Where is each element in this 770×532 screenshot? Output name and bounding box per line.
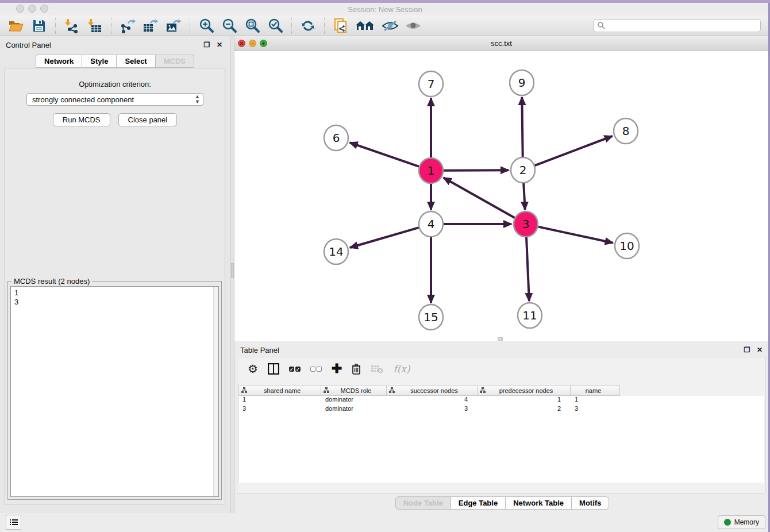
open-session-icon[interactable] — [6, 17, 26, 35]
mcds-result-title: MCDS result (2 nodes) — [11, 277, 92, 286]
table-row-1[interactable]: 1dominator411 — [239, 396, 764, 405]
tab-node-table[interactable]: Node Table — [395, 496, 451, 510]
zoom-in-icon[interactable] — [197, 17, 216, 35]
graph-edge-2-8[interactable] — [535, 136, 613, 165]
graph-node-label-3: 3 — [522, 217, 530, 231]
new-network-from-selection-icon[interactable] — [331, 17, 351, 35]
list-icon — [10, 519, 18, 525]
export-image-icon[interactable] — [164, 17, 183, 35]
panel-split-divider[interactable] — [230, 36, 234, 513]
mcds-buttons-row: Run MCDS Close panel — [5, 113, 225, 126]
minimize-window-button[interactable] — [28, 5, 36, 13]
divider-grip[interactable] — [231, 263, 234, 278]
network-zoom-button[interactable]: + — [260, 40, 267, 47]
graph-node-label-14: 14 — [329, 245, 343, 259]
function-builder-icon: f(x) — [393, 362, 410, 376]
close-panel-button[interactable]: Close panel — [118, 113, 178, 126]
cell-MCDS-role[interactable]: dominator — [322, 396, 387, 405]
column-chooser-icon[interactable] — [268, 362, 279, 376]
delete-table-icon — [371, 362, 383, 376]
cell-predecessor-nodes[interactable]: 1 — [478, 396, 571, 405]
export-table-icon[interactable] — [141, 17, 160, 35]
graph-edge-4-14[interactable] — [350, 228, 419, 248]
column-header-label: name — [571, 387, 619, 394]
search-input[interactable] — [593, 19, 761, 32]
task-history-button[interactable] — [6, 515, 21, 530]
import-table-icon[interactable] — [85, 17, 105, 35]
column-header-shared-name[interactable]: shared name — [238, 385, 321, 396]
column-header-MCDS-role[interactable]: MCDS role — [321, 385, 387, 396]
graph-edge-3-11[interactable] — [526, 237, 529, 301]
graph-node-label-1: 1 — [428, 164, 435, 178]
float-panel-icon[interactable]: ❐ — [202, 40, 211, 49]
graph-edge-2-3[interactable] — [523, 183, 525, 210]
tab-network-table[interactable]: Network Table — [506, 496, 572, 510]
select-all-columns-icon[interactable]: ✓✓ — [289, 362, 301, 376]
optimization-criterion-select[interactable]: strongly connected component ▲▼ — [26, 93, 203, 106]
tab-edge-table[interactable]: Edge Table — [451, 496, 506, 510]
column-header-successor-nodes[interactable]: successor nodes — [387, 385, 478, 396]
node-table-header: shared nameMCDS rolesuccessor nodesprede… — [238, 385, 764, 396]
delete-column-trash-icon[interactable] — [352, 362, 361, 376]
network-window-titlebar: ✕ − + scc.txt — [234, 36, 768, 51]
deselect-all-columns-icon[interactable] — [310, 362, 322, 376]
tab-network[interactable]: Network — [36, 55, 82, 68]
mcds-result-box: 1 3 — [10, 286, 219, 497]
graph-edge-1-2[interactable] — [444, 170, 509, 171]
export-network-icon[interactable] — [118, 17, 137, 35]
column-header-label: predecessor nodes — [486, 387, 570, 394]
mcds-tab-content: Optimization criterion: strongly connect… — [5, 68, 225, 504]
control-panel-title: Control Panel — [6, 41, 199, 49]
zoom-out-icon[interactable] — [220, 17, 239, 35]
tab-motifs[interactable]: Motifs — [572, 496, 609, 510]
column-header-name[interactable]: name — [571, 385, 620, 396]
hide-selected-eye-icon[interactable] — [380, 17, 400, 35]
network-overview-houses-icon[interactable] — [354, 17, 377, 35]
status-bar: Memory — [0, 513, 770, 532]
graph-edge-3-10[interactable] — [538, 227, 613, 243]
graph-edge-1-6[interactable] — [350, 142, 419, 167]
run-mcds-button[interactable]: Run MCDS — [53, 113, 110, 126]
tab-style[interactable]: Style — [82, 55, 117, 68]
tab-select[interactable]: Select — [117, 55, 155, 68]
table-settings-gear-icon[interactable]: ⚙ — [248, 362, 258, 376]
show-all-eye-icon[interactable] — [403, 17, 423, 35]
network-close-button[interactable]: ✕ — [238, 40, 245, 47]
graph-node-label-7: 7 — [428, 77, 435, 91]
cell-shared-name[interactable]: 3 — [239, 405, 322, 414]
network-graph-canvas[interactable]: 7968124314101511 — [234, 51, 768, 341]
canvas-splitter-handle[interactable] — [498, 337, 503, 341]
graph-edge-3-1[interactable] — [444, 178, 515, 218]
cell-successor-nodes[interactable]: 3 — [387, 405, 478, 414]
zoom-selected-icon[interactable] — [265, 17, 285, 35]
close-table-panel-icon[interactable]: ✕ — [755, 345, 764, 354]
cell-name[interactable]: 3 — [571, 405, 621, 414]
combo-stepper-icon: ▲▼ — [195, 94, 200, 105]
import-network-icon[interactable] — [62, 17, 82, 35]
cell-name[interactable]: 1 — [571, 396, 621, 405]
float-table-panel-icon[interactable]: ❐ — [742, 345, 752, 354]
cell-MCDS-role[interactable]: dominator — [322, 405, 387, 414]
cell-successor-nodes[interactable]: 4 — [387, 396, 478, 405]
graph-edge-2-9[interactable] — [522, 97, 522, 157]
result-scrollbar[interactable] — [213, 287, 218, 496]
refresh-icon[interactable] — [298, 17, 318, 35]
graph-node-label-8: 8 — [622, 124, 630, 138]
zoom-window-button[interactable] — [40, 5, 48, 13]
table-toolbar: ⚙ ✓✓ ✚ f(x) — [237, 357, 765, 380]
table-row-2[interactable]: 3dominator323 — [239, 405, 764, 414]
save-session-icon[interactable] — [29, 17, 49, 35]
zoom-fit-icon[interactable] — [242, 17, 262, 35]
add-column-icon[interactable]: ✚ — [332, 362, 342, 376]
toolbar-separator — [55, 18, 56, 34]
close-panel-icon[interactable]: ✕ — [215, 40, 224, 49]
memory-button[interactable]: Memory — [718, 515, 765, 529]
hierarchy-icon — [241, 387, 247, 394]
cell-shared-name[interactable]: 1 — [239, 396, 322, 405]
cell-predecessor-nodes[interactable]: 2 — [478, 405, 571, 414]
tab-mcds[interactable]: MCDS — [156, 55, 194, 68]
close-window-button[interactable] — [16, 5, 24, 13]
column-header-predecessor-nodes[interactable]: predecessor nodes — [478, 385, 571, 396]
optimization-criterion-label: Optimization criterion: — [5, 80, 225, 88]
network-minimize-button[interactable]: − — [249, 40, 256, 47]
